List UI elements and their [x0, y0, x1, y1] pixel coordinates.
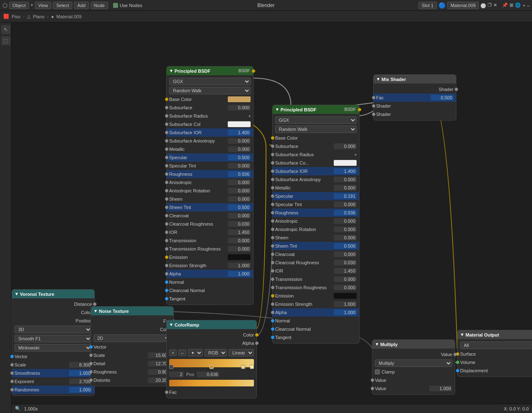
colorramp-result-swatch[interactable]	[169, 380, 254, 386]
metallic-value[interactable]	[228, 146, 251, 152]
colorramp-count[interactable]	[169, 371, 184, 377]
mix-fac-value[interactable]	[431, 95, 453, 101]
stop-end[interactable]	[250, 365, 254, 369]
emission-strength2-value[interactable]	[334, 301, 357, 307]
ior-value[interactable]	[228, 229, 251, 235]
use-nodes-checkbox[interactable]	[113, 3, 118, 8]
colorramp-pos-value[interactable]	[197, 371, 219, 377]
specular-value[interactable]	[228, 155, 251, 160]
matout-dropdown[interactable]: All	[460, 342, 532, 349]
ior2-value[interactable]	[334, 268, 357, 274]
material-selector[interactable]: Material.009	[447, 2, 479, 9]
trans-roughness-value[interactable]	[228, 246, 251, 252]
clearcoat2-value[interactable]	[334, 251, 357, 257]
multiply-header[interactable]: ▾ Multiply	[372, 340, 455, 349]
breadcrumb-material[interactable]: Material.009	[57, 14, 82, 19]
emission2-swatch[interactable]	[334, 293, 357, 299]
colorramp-header[interactable]: ▾ ColorRamp	[167, 320, 256, 329]
voronoi-minkowski-dropdown[interactable]: Minkowski	[15, 344, 92, 352]
colorramp-linear[interactable]: Linear	[229, 349, 254, 356]
breadcrumb-plano[interactable]: Plano	[33, 14, 44, 19]
emission-strength-value[interactable]	[228, 263, 251, 268]
colorramp-gradient[interactable]	[169, 359, 254, 367]
metallic2-value[interactable]	[334, 185, 357, 191]
stop-0[interactable]	[169, 365, 173, 369]
trans-roughness2-value[interactable]	[334, 285, 357, 290]
object-menu[interactable]: Object	[9, 2, 29, 9]
sheen-tint-value[interactable]	[228, 204, 251, 210]
voronoi-smoothf1-dropdown[interactable]: Smooth F1	[15, 335, 92, 342]
minimize-icon[interactable]: –	[527, 3, 530, 8]
transmission2-value[interactable]	[334, 276, 357, 282]
select-menu[interactable]: Select	[53, 2, 72, 9]
clamp-checkbox[interactable]	[375, 369, 380, 374]
subsurface-value[interactable]	[228, 105, 251, 111]
subsurface-ior2-value[interactable]	[334, 168, 357, 174]
clearcoat-roughness-value[interactable]	[228, 221, 251, 227]
material-output-header[interactable]: ▾ Material Output	[458, 330, 532, 339]
add-menu[interactable]: Add	[74, 2, 89, 9]
principled-bsdf-1-header[interactable]: ▾ Principled BSDF BSDF	[167, 66, 253, 75]
specular-tint2-value[interactable]	[334, 202, 357, 207]
subsurface-aniso2-value[interactable]	[334, 177, 357, 182]
transmission-value[interactable]	[228, 238, 251, 243]
specular2-value[interactable]	[334, 193, 357, 199]
roughness2-value[interactable]	[334, 210, 357, 216]
slot-selector[interactable]: Slot 1	[419, 2, 437, 9]
node-menu[interactable]: Node	[91, 2, 108, 9]
noise-2d-dropdown[interactable]: 2D	[94, 334, 171, 342]
subsurface-co-swatch[interactable]	[334, 160, 357, 166]
normal-row: Normal	[167, 278, 253, 286]
subsurface-aniso-value[interactable]	[228, 138, 251, 144]
subsurface-col-swatch[interactable]	[228, 121, 251, 127]
voronoi-scale-value[interactable]	[69, 362, 92, 368]
voronoi-smoothness-value[interactable]	[69, 370, 92, 376]
view-menu[interactable]: View	[35, 2, 52, 9]
anisotropic-value[interactable]	[228, 179, 251, 185]
clearcoat2-row: Clearcoat	[273, 250, 359, 258]
stop-2[interactable]	[241, 365, 245, 369]
random-walk-dropdown[interactable]: Random Walk	[169, 87, 251, 94]
specular-tint-value[interactable]	[228, 163, 251, 169]
multiply-dropdown[interactable]: Multiply	[375, 359, 452, 367]
subsurface2-value[interactable]	[334, 143, 357, 149]
voronoi-3d-dropdown[interactable]: 3D	[15, 326, 92, 333]
transmission2-row: Transmission	[273, 275, 359, 283]
metallic-row: Metallic	[167, 145, 253, 153]
base-color-swatch[interactable]	[228, 96, 251, 102]
clearcoat-roughness2-value[interactable]	[334, 260, 357, 266]
sheen-value[interactable]	[228, 196, 251, 202]
voronoi-randomnes-value[interactable]	[69, 387, 92, 393]
anisotropic-rot-value[interactable]	[228, 188, 251, 194]
close-icon[interactable]: ✕	[493, 2, 497, 8]
add-stop-btn[interactable]: +	[169, 349, 177, 356]
ggx-dropdown[interactable]: GGX	[169, 78, 251, 85]
colorramp-arrow[interactable]: ▾	[188, 349, 203, 356]
box-select-tool[interactable]: ⬚	[1, 36, 10, 45]
subsurface-ior-value[interactable]	[228, 130, 251, 135]
anisotropic-rot2-value[interactable]	[334, 226, 357, 232]
colorramp-rgb[interactable]: RGB	[204, 349, 227, 356]
alpha2-value[interactable]	[334, 310, 357, 315]
mix-shader-header[interactable]: ▾ Mix Shader	[374, 75, 456, 84]
voronoi-header[interactable]: ▾ Voronoi Texture	[12, 290, 94, 298]
anisotropic2-value[interactable]	[334, 218, 357, 224]
random-walk2-dropdown[interactable]: Random Walk	[275, 125, 357, 133]
voronoi-exponent-value[interactable]	[69, 379, 92, 384]
ggx2-dropdown[interactable]: GGX	[275, 116, 357, 124]
multiply-value2-input[interactable]	[429, 386, 452, 391]
roughness-value[interactable]	[228, 171, 251, 177]
emission-swatch[interactable]	[228, 254, 251, 260]
breadcrumb-piso[interactable]: Piso	[12, 14, 20, 19]
alpha-value[interactable]	[228, 271, 251, 277]
sheen-tint2-value[interactable]	[334, 243, 357, 249]
principled-bsdf-2-header[interactable]: ▾ Principled BSDF BSDF	[273, 105, 359, 114]
noise-header[interactable]: ▾ Noise Texture	[91, 307, 173, 315]
sheen2-value[interactable]	[334, 235, 357, 241]
remove-stop-btn[interactable]: –	[178, 349, 186, 356]
clearcoat-value[interactable]	[228, 213, 251, 219]
stop-1[interactable]	[209, 365, 214, 369]
select-tool[interactable]: ↖	[1, 25, 10, 34]
expand-icon[interactable]: +	[522, 3, 525, 8]
noise-scale-socket	[89, 354, 93, 357]
